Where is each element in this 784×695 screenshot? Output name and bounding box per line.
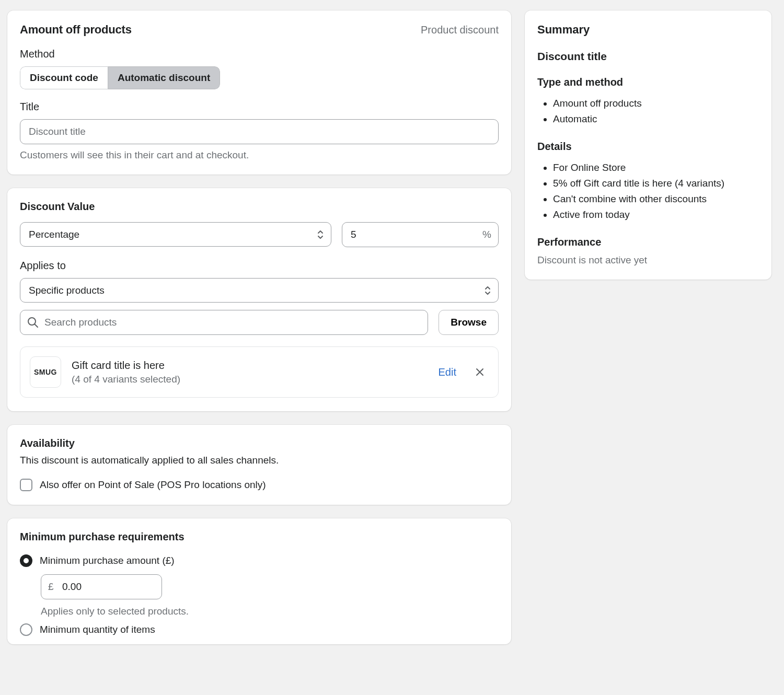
card-availability: Availability This discount is automatica… — [7, 425, 511, 505]
discount-type-label: Product discount — [421, 24, 499, 36]
summary-type-method-heading: Type and method — [537, 76, 759, 88]
summary-type-method-list: Amount off products Automatic — [537, 96, 759, 127]
discount-value-heading: Discount Value — [20, 201, 499, 213]
min-qty-label: Minimum quantity of items — [40, 624, 155, 635]
method-automatic-discount-button[interactable]: Automatic discount — [108, 66, 220, 89]
card-title: Amount off products — [20, 23, 132, 37]
browse-button[interactable]: Browse — [439, 310, 499, 335]
applies-to-label: Applies to — [20, 260, 499, 272]
method-label: Method — [20, 48, 499, 60]
discount-title-input[interactable] — [20, 119, 499, 144]
card-amount-off-products: Amount off products Product discount Met… — [7, 10, 511, 175]
edit-product-button[interactable]: Edit — [434, 364, 460, 380]
product-search-input[interactable] — [20, 310, 428, 335]
card-summary: Summary Discount title Type and method A… — [525, 10, 771, 280]
summary-discount-title: Discount title — [537, 50, 759, 63]
list-item: Amount off products — [553, 96, 759, 111]
availability-heading: Availability — [20, 437, 499, 449]
discount-amount-input[interactable] — [342, 222, 499, 247]
remove-product-button[interactable] — [471, 365, 489, 379]
selected-product-row: SMUG Gift card title is here (4 of 4 var… — [20, 346, 499, 398]
list-item: 5% off Gift card title is here (4 varian… — [553, 176, 759, 191]
product-variants-text: (4 of 4 variants selected) — [72, 374, 424, 385]
list-item: Automatic — [553, 111, 759, 127]
list-item: Can't combine with other discounts — [553, 191, 759, 207]
product-title: Gift card title is here — [72, 360, 424, 372]
title-help-text: Customers will see this in their cart an… — [20, 149, 499, 161]
method-segmented-control: Discount code Automatic discount — [20, 66, 220, 89]
min-amount-input[interactable] — [41, 574, 162, 599]
svg-line-1 — [35, 325, 38, 328]
currency-prefix: £ — [48, 581, 54, 593]
pos-checkbox[interactable] — [20, 479, 32, 491]
search-icon — [27, 317, 39, 328]
summary-details-list: For Online Store 5% off Gift card title … — [537, 160, 759, 223]
min-amount-help: Applies only to selected products. — [41, 606, 499, 617]
summary-heading: Summary — [537, 23, 759, 37]
summary-details-heading: Details — [537, 141, 759, 153]
discount-type-select[interactable]: Percentage — [20, 222, 331, 247]
card-discount-value: Discount Value Percentage % Applies to S… — [7, 188, 511, 411]
title-label: Title — [20, 101, 499, 113]
card-minimum-purchase: Minimum purchase requirements Minimum pu… — [7, 518, 511, 644]
summary-performance-text: Discount is not active yet — [537, 254, 759, 266]
min-qty-radio[interactable] — [20, 623, 32, 636]
list-item: For Online Store — [553, 160, 759, 176]
product-thumbnail: SMUG — [30, 356, 61, 388]
list-item: Active from today — [553, 207, 759, 223]
method-discount-code-button[interactable]: Discount code — [20, 66, 108, 89]
min-amount-radio[interactable] — [20, 554, 32, 567]
close-icon — [475, 367, 485, 377]
min-req-heading: Minimum purchase requirements — [20, 531, 499, 543]
availability-desc: This discount is automatically applied t… — [20, 455, 499, 466]
summary-performance-heading: Performance — [537, 236, 759, 248]
applies-to-select[interactable]: Specific products — [20, 278, 499, 303]
min-amount-label: Minimum purchase amount (£) — [40, 555, 175, 566]
pos-checkbox-label: Also offer on Point of Sale (POS Pro loc… — [40, 479, 266, 491]
percent-suffix: % — [482, 229, 491, 240]
